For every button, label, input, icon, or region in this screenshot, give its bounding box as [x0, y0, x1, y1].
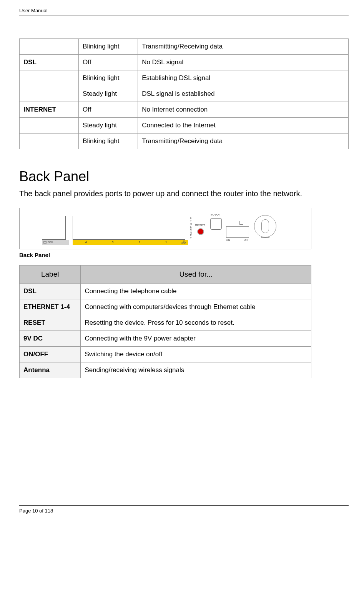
figure-caption: Back Panel — [19, 252, 349, 258]
eth-port-1: 1 — [153, 240, 180, 245]
eth-port-4: 4 — [73, 240, 100, 245]
bp-use: Connecting the telephone cable — [81, 284, 311, 299]
back-panel-diagram: DSL 4 3 2 1 ETHERNET RESET 9V DC ON OFF — [19, 208, 311, 249]
led-meaning: No Internet connection — [138, 102, 349, 118]
page-header: User Manual — [19, 8, 349, 15]
table-row: Blinking light Transmitting/Receiving da… — [20, 134, 349, 149]
led-label — [20, 118, 79, 134]
page-number: Page 10 of 118 — [19, 508, 349, 514]
table-row: DSL Connecting the telephone cable — [20, 284, 311, 299]
footer-rule — [19, 505, 349, 506]
led-label: DSL — [20, 55, 79, 70]
svg-rect-0 — [183, 240, 184, 242]
column-header-usedfor: Used for... — [81, 265, 311, 284]
header-title: User Manual — [19, 8, 48, 13]
led-label — [20, 70, 79, 86]
header-rule — [19, 15, 349, 15]
svg-rect-3 — [185, 243, 186, 244]
table-row: Blinking light Transmitting/Receiving da… — [20, 39, 349, 55]
dsl-port-icon — [42, 216, 66, 240]
led-label — [20, 86, 79, 102]
bp-label: Antenna — [20, 362, 81, 378]
led-status-table: Blinking light Transmitting/Receiving da… — [19, 38, 349, 149]
table-row: 9V DC Connecting with the 9V power adapt… — [20, 331, 311, 347]
reset-button-icon — [197, 228, 204, 235]
led-meaning: No DSL signal — [138, 55, 349, 70]
led-meaning: Establishing DSL signal — [138, 70, 349, 86]
dc-jack-icon — [210, 218, 222, 230]
eth-port-3: 3 — [100, 240, 126, 245]
bp-label: ON/OFF — [20, 347, 81, 362]
dsl-port-label: DSL — [42, 240, 69, 245]
bp-use: Sending/receiving wireless signals — [81, 362, 311, 378]
on-label: ON — [226, 239, 230, 241]
bp-use: Switching the device on/off — [81, 347, 311, 362]
led-label: INTERNET — [20, 102, 79, 118]
led-state: Steady light — [79, 118, 138, 134]
led-meaning: Transmitting/Receiving data — [138, 39, 349, 55]
table-header-row: Label Used for... — [20, 265, 311, 284]
ethernet-vertical-label: ETHERNET — [189, 217, 192, 240]
led-state: Blinking light — [79, 134, 138, 149]
reset-label: RESET — [195, 224, 205, 227]
svg-rect-2 — [183, 243, 184, 244]
switch-labels: ON OFF — [226, 239, 249, 241]
table-row: ON/OFF Switching the device on/off — [20, 347, 311, 362]
switch-slider-icon — [239, 221, 243, 225]
eth-port-2: 2 — [126, 240, 153, 245]
antenna-icon — [254, 215, 276, 237]
off-label: OFF — [244, 239, 249, 241]
table-row: Steady light Connected to the Internet — [20, 118, 349, 134]
table-row: Blinking light Establishing DSL signal — [20, 70, 349, 86]
ethernet-ports-icon — [73, 216, 185, 240]
dc-label: 9V DC — [211, 214, 220, 217]
bp-label: 9V DC — [20, 331, 81, 347]
table-row: Antenna Sending/receiving wireless signa… — [20, 362, 311, 378]
svg-rect-1 — [181, 243, 183, 244]
table-row: ETHERNET 1-4 Connecting with computers/d… — [20, 299, 311, 315]
network-icon — [180, 240, 188, 245]
led-meaning: Connected to the Internet — [138, 118, 349, 134]
led-state: Off — [79, 55, 138, 70]
led-state: Blinking light — [79, 70, 138, 86]
table-row: INTERNET Off No Internet connection — [20, 102, 349, 118]
led-meaning: Transmitting/Receiving data — [138, 134, 349, 149]
page-footer: Page 10 of 118 — [19, 505, 349, 514]
led-label — [20, 39, 79, 55]
bp-label: ETHERNET 1-4 — [20, 299, 81, 315]
power-switch-icon — [226, 226, 249, 238]
back-panel-table: Label Used for... DSL Connecting the tel… — [19, 265, 311, 378]
led-label — [20, 134, 79, 149]
column-header-label: Label — [20, 265, 81, 284]
bp-use: Connecting with computers/devices throug… — [81, 299, 311, 315]
section-heading: Back Panel — [19, 169, 349, 185]
led-state: Off — [79, 102, 138, 118]
antenna-base-icon — [261, 237, 269, 239]
section-description: The back panel provides ports to power u… — [19, 189, 349, 198]
led-state: Blinking light — [79, 39, 138, 55]
table-row: Steady light DSL signal is established — [20, 86, 349, 102]
led-meaning: DSL signal is established — [138, 86, 349, 102]
bp-use: Resetting the device. Press for 10 secon… — [81, 315, 311, 331]
ethernet-ports-label: 4 3 2 1 — [73, 240, 188, 245]
bp-label: RESET — [20, 315, 81, 331]
table-row: RESET Resetting the device. Press for 10… — [20, 315, 311, 331]
bp-use: Connecting with the 9V power adapter — [81, 331, 311, 347]
bp-label: DSL — [20, 284, 81, 299]
table-row: DSL Off No DSL signal — [20, 55, 349, 70]
led-state: Steady light — [79, 86, 138, 102]
